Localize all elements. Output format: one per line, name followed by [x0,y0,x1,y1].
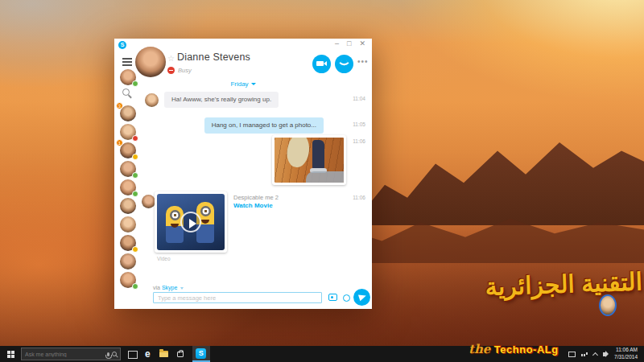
message-input[interactable] [153,292,322,303]
sidebar-contact-avatar[interactable] [120,272,136,288]
taskbar-clock[interactable]: 11:06 AM 7/31/2014 [614,347,638,361]
status-label: Busy [178,67,192,74]
microphone-icon[interactable] [107,352,109,356]
watermark-name: Techno-ALg [494,343,559,356]
edge-browser-icon[interactable]: e [145,346,151,362]
video-call-button[interactable] [312,55,331,73]
watermark-prefix: the [469,342,490,356]
phone-icon [339,58,349,68]
search-icon[interactable] [112,352,117,356]
away-status-badge [132,246,138,253]
contact-avatar[interactable] [135,47,166,77]
message-time: 11:05 [353,121,365,127]
video-caption: Video [157,256,171,261]
favorite-star-icon[interactable]: ☆ [167,54,175,63]
sidebar-contact-avatar[interactable] [120,253,136,269]
busy-status-badge [132,135,138,142]
skype-logo-icon: S [118,41,126,49]
more-options-button[interactable]: ••• [357,57,369,66]
message-time: 11:06 [353,195,365,200]
skype-taskbar-button[interactable]: S [192,346,210,362]
sidebar-contact-avatar[interactable] [120,216,136,232]
via-skype-link: Skype [162,285,177,290]
sidebar-contact-avatar[interactable] [120,124,136,140]
online-status-badge [132,283,138,290]
message-outgoing: Hang on, I managed to get a photo... [204,117,324,134]
sidebar-contact-avatar[interactable]: 1 [120,142,136,158]
network-tray-icon[interactable] [581,354,583,356]
taskbar-search-box[interactable] [21,348,121,360]
clock-time: 11:06 AM [614,347,638,354]
file-explorer-icon[interactable] [159,351,168,357]
sidebar-contact-avatar[interactable] [120,198,136,214]
menu-icon[interactable] [122,58,132,68]
send-button[interactable] [353,289,370,306]
skype-window: S – □ ✕ ☆ Dianne Stevens Busy ••• 31 Fri… [114,39,372,309]
video-thumbnail [157,194,225,250]
unread-count-badge: 1 [116,139,123,146]
message-time: 11:04 [353,96,365,101]
online-status-badge [132,172,138,179]
minimize-button[interactable]: – [335,39,339,47]
chevron-down-icon [251,83,256,85]
window-controls: – □ ✕ [335,39,365,47]
message-incoming: Ha! Awww, she's really growing up. [164,92,279,108]
date-divider[interactable]: Friday [114,80,372,88]
skype-icon: S [196,348,206,359]
voice-call-button[interactable] [335,55,353,73]
video-message[interactable] [155,191,227,253]
photo-thumbnail [275,138,344,183]
message-avatar [142,195,155,208]
away-status-badge [132,154,138,160]
sidebar-contact-avatar[interactable]: 3 [120,105,136,121]
message-avatar [145,93,159,107]
store-icon[interactable] [177,352,184,357]
online-status-badge [132,191,138,197]
video-title: Despicable me 2 [233,194,279,201]
close-button[interactable]: ✕ [359,39,365,47]
windows-logo-icon [7,351,14,358]
watermark-latin-text: the Techno-ALg [469,342,559,356]
busy-status-icon [167,67,175,74]
taskbar-apps: e S [128,346,210,362]
sidebar-contact-avatar[interactable] [120,179,136,195]
attach-photo-icon[interactable] [328,294,337,301]
volume-icon[interactable] [603,352,605,356]
start-button[interactable] [0,346,21,362]
clock-date: 7/31/2014 [614,354,638,361]
system-tray: 11:06 AM 7/31/2014 [568,347,642,361]
watermark-avatar [599,294,617,316]
contact-name: Dianne Stevens [177,51,250,63]
sidebar-contact-avatar[interactable] [120,235,136,251]
search-icon[interactable] [122,88,130,96]
unread-count-badge: 3 [116,102,123,109]
desktop-tray-icon[interactable] [568,352,576,357]
play-icon[interactable] [180,212,201,232]
show-hidden-icons-chevron[interactable] [592,352,598,357]
maximize-button[interactable]: □ [347,39,351,47]
via-selector[interactable]: via Skype [153,285,184,290]
video-camera-icon [316,61,324,66]
chevron-down-icon [180,287,184,290]
photo-message[interactable] [272,135,346,185]
desktop: التقنية الجزائرية the Techno-ALg S – □ ✕… [0,0,644,362]
watermark-arabic-text: التقنية الجزائرية [469,267,642,301]
task-view-button[interactable] [128,351,136,357]
emoji-icon[interactable] [343,294,350,302]
taskbar-search-input[interactable] [25,352,105,357]
sidebar-contact-avatar[interactable] [120,161,136,177]
contact-status: Busy [167,67,192,74]
watch-movie-link[interactable]: Watch Movie [233,202,273,209]
message-time: 11:06 [353,138,365,144]
